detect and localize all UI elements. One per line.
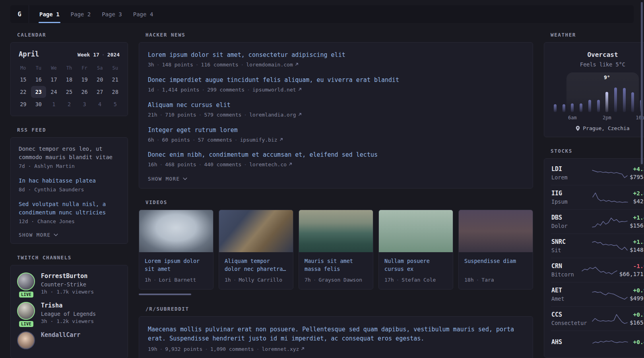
stock-row[interactable]: CRN Bitcorn -1.00% $66,171.48 <box>551 258 644 282</box>
video-title[interactable]: Nullam posuere cursus ex <box>384 257 447 273</box>
twitch-channel-row[interactable]: LIVE KendallCarr <box>17 331 121 349</box>
comments-link[interactable]: 579 comments <box>204 112 241 118</box>
hackernews-post: Aliquam nec cursus elit 21h·710 points·5… <box>148 101 524 119</box>
domain-link[interactable]: loremlandia.org <box>249 112 296 118</box>
calendar-day: 28 <box>107 86 123 98</box>
domain-link[interactable]: loremtech.co <box>249 161 287 167</box>
rss-show-more-button[interactable]: SHOW MORE <box>19 232 58 238</box>
stock-row[interactable]: AHS +0.46% <box>551 331 644 355</box>
domain-link[interactable]: ipsumworld.net <box>252 87 296 93</box>
temperature-bar <box>563 104 565 112</box>
stock-row[interactable]: DBS Dolor +1.42% $156.28 <box>551 209 644 233</box>
calendar-week-year: Week 17·2024 <box>78 52 120 58</box>
rss-item-title[interactable]: Sed volutpat nulla nisl, a condimentum n… <box>19 200 120 217</box>
stock-name: Consectetur <box>551 320 590 326</box>
stock-row[interactable]: IIG Ipsum +2.84% $42.04 <box>551 185 644 209</box>
domain-link[interactable]: ipsumify.biz <box>240 137 277 143</box>
video-card[interactable]: Aliquam tempor dolor nec pharetra… 1h·Mo… <box>219 210 293 290</box>
comments-link[interactable]: 299 comments <box>207 87 244 93</box>
rss-item[interactable]: In hac habitasse platea 8d · Cynthia Sau… <box>19 177 120 194</box>
chevron-down-icon <box>54 233 58 236</box>
post-title-link[interactable]: Lorem ipsum dolor sit amet, consectetur … <box>148 51 524 59</box>
video-author[interactable]: Molly Carrillo <box>239 277 282 283</box>
video-thumbnail[interactable] <box>379 210 453 252</box>
video-title[interactable]: Aliquam tempor dolor nec pharetra… <box>225 257 287 273</box>
video-thumbnail[interactable] <box>219 210 293 252</box>
stock-change: +1.42% <box>630 214 644 221</box>
post-meta: 6h·60 points·57 comments·ipsumify.biz <box>148 136 524 144</box>
post-title-link[interactable]: Donec enim nibh, condimentum et accumsan… <box>148 151 524 159</box>
stock-price: $148.64 <box>630 247 644 253</box>
weather-location[interactable]: Prague, Czechia <box>554 125 644 131</box>
page-tab[interactable]: Page 2 <box>65 5 97 23</box>
video-author[interactable]: Tara <box>481 277 494 283</box>
video-meta: 1h·Lori Barnett <box>145 276 208 284</box>
external-link-icon <box>301 345 305 353</box>
video-card[interactable]: Lorem ipsum dolor sit amet consectetu… 1… <box>139 210 213 290</box>
app-logo[interactable]: G <box>10 5 29 23</box>
rss-item-meta: 12d · Chance Jones <box>19 218 120 226</box>
temperature-bar <box>605 92 608 112</box>
post-title-link[interactable]: Aliquam nec cursus elit <box>148 101 524 109</box>
video-author[interactable]: Stefan Cole <box>402 277 436 283</box>
rss-item-title[interactable]: In hac habitasse platea <box>19 177 120 185</box>
post-title-link[interactable]: Integer eget rutrum lorem <box>148 126 524 134</box>
twitch-widget: TWITCH CHANNELS LIVE ForrestBurton Count… <box>10 255 128 358</box>
video-title[interactable]: Mauris sit amet massa felis <box>305 257 367 273</box>
page-tab[interactable]: Page 4 <box>128 5 159 23</box>
video-card[interactable]: Mauris sit amet massa felis 7h·Grayson D… <box>299 210 373 290</box>
post-title-link[interactable]: Maecenas mollis pulvinar erat non posuer… <box>148 325 524 344</box>
comments-link[interactable]: 1,090 comments <box>210 346 254 352</box>
calendar-day: 24 <box>46 86 62 98</box>
temperature-bar <box>597 100 600 112</box>
channel-name[interactable]: Trisha <box>41 302 96 309</box>
comments-link[interactable]: 57 comments <box>198 137 232 143</box>
calendar-day-header: Th <box>62 63 77 73</box>
rss-card: Donec tempor eros leo, ut commodo mauris… <box>10 137 128 244</box>
stock-name: Sit <box>551 247 590 253</box>
stock-row[interactable]: SNRC Sit +1.36% $148.64 <box>551 233 644 258</box>
post-title-link[interactable]: Donec imperdiet augue tincidunt felis al… <box>148 76 524 84</box>
video-thumbnail[interactable] <box>139 210 213 252</box>
comments-link[interactable]: 116 comments <box>201 62 239 68</box>
channel-name[interactable]: ForrestBurton <box>41 272 94 280</box>
video-thumbnail[interactable] <box>459 210 533 252</box>
rss-item-title[interactable]: Donec tempor eros leo, ut commodo mauris… <box>19 145 120 161</box>
twitch-channel-row[interactable]: LIVE ForrestBurton Counter-Strike 1h · 1… <box>17 272 121 295</box>
avatar <box>17 302 35 320</box>
videos-carousel-scrollbar[interactable] <box>139 294 191 295</box>
rss-item[interactable]: Donec tempor eros leo, ut commodo mauris… <box>19 145 120 170</box>
stock-price: $499.72 <box>630 295 644 302</box>
temperature-bar <box>623 88 626 112</box>
video-card[interactable]: Nullam posuere cursus ex 17h·Stefan Cole <box>378 210 453 290</box>
stock-row[interactable]: AET Amet +0.92% $499.72 <box>551 282 644 306</box>
calendar-day: 21 <box>107 74 123 86</box>
video-title[interactable]: Suspendisse diam <box>464 257 527 273</box>
video-author[interactable]: Grayson Dawson <box>318 277 362 283</box>
video-card[interactable]: Suspendisse diam 18h·Tara <box>458 210 533 290</box>
stock-change: +0.92% <box>630 287 644 294</box>
hackernews-post: Lorem ipsum dolor sit amet, consectetur … <box>148 51 524 69</box>
post-meta: 1d·1,414 points·299 comments·ipsumworld.… <box>148 86 524 94</box>
page-tab[interactable]: Page 1 <box>34 5 65 23</box>
stock-price: $156.28 <box>630 222 644 229</box>
domain-link[interactable]: loremdomain.com <box>246 62 293 68</box>
page-scrollbar[interactable] <box>641 2 643 164</box>
video-title[interactable]: Lorem ipsum dolor sit amet consectetu… <box>145 257 208 273</box>
channel-name[interactable]: KendallCarr <box>41 331 80 339</box>
page-tab[interactable]: Page 3 <box>96 5 128 23</box>
comments-link[interactable]: 440 comments <box>204 161 241 167</box>
video-author[interactable]: Lori Barnett <box>159 277 196 283</box>
video-thumbnail[interactable] <box>299 210 373 252</box>
post-meta: 21h·710 points·579 comments·loremlandia.… <box>148 111 524 119</box>
stock-row[interactable]: CCS Consectetur +0.51% $165.84 <box>551 306 644 331</box>
hackernews-show-more-button[interactable]: SHOW MORE <box>148 176 187 182</box>
twitch-channel-row[interactable]: LIVE Trisha League of Legends 3h · 1.2k … <box>17 302 121 324</box>
domain-link[interactable]: loremnet.xyz <box>262 346 299 352</box>
temperature-bar <box>614 88 617 112</box>
current-temp-label: 9° <box>604 74 610 80</box>
temperature-bar <box>571 103 574 112</box>
rss-item[interactable]: Sed volutpat nulla nisl, a condimentum n… <box>19 200 120 226</box>
stock-row[interactable]: LDI Lorem +4.35% $795.18 <box>551 161 644 185</box>
stock-sparkline <box>581 263 618 278</box>
